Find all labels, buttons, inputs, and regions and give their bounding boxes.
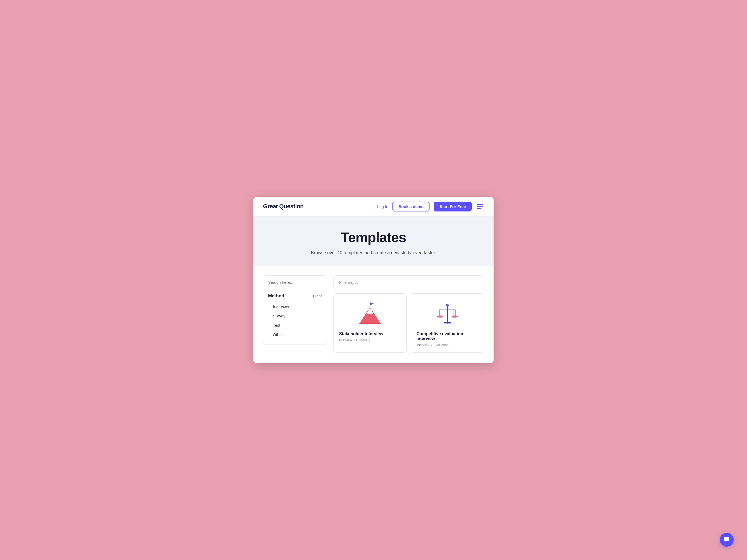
login-button[interactable]: Log In xyxy=(377,204,388,209)
svg-point-14 xyxy=(437,316,443,318)
sidebar-item-test[interactable]: Test xyxy=(268,321,322,330)
tag-dot xyxy=(354,340,355,341)
card-title-1: Stakeholder interview xyxy=(339,331,401,336)
tag-dot-2 xyxy=(431,345,432,346)
logo: Great Question xyxy=(263,203,304,210)
content-area: Method Clear Interview Survey Test Other… xyxy=(253,266,494,363)
clear-button[interactable]: Clear xyxy=(313,294,322,298)
card-icon-scales xyxy=(416,301,478,328)
svg-point-15 xyxy=(452,316,458,318)
filter-label: Filtering by: xyxy=(339,280,360,285)
template-card-stakeholder[interactable]: Stakeholder interview Interview Discover… xyxy=(334,293,407,352)
navbar: Great Question Log In Book a demo Start … xyxy=(253,197,494,216)
tag-discovery: Discovery xyxy=(356,339,370,342)
method-label: Method xyxy=(268,293,284,299)
svg-point-8 xyxy=(446,304,448,306)
tag-interview-2: Interview xyxy=(416,343,429,347)
template-card-competitive[interactable]: Competitive evaluation interview Intervi… xyxy=(411,293,484,352)
hero-title: Templates xyxy=(264,229,483,245)
sidebar-item-interview[interactable]: Interview xyxy=(268,302,322,311)
card-icon-mountain xyxy=(339,301,401,328)
book-demo-button[interactable]: Book a demo xyxy=(392,202,429,211)
sidebar: Method Clear Interview Survey Test Other xyxy=(263,275,327,345)
svg-rect-16 xyxy=(724,537,729,541)
svg-rect-6 xyxy=(444,322,451,323)
sidebar-item-survey[interactable]: Survey xyxy=(268,311,322,321)
tag-interview: Interview xyxy=(339,339,352,342)
sidebar-item-other[interactable]: Other xyxy=(268,330,322,339)
hero-section: Templates Browse over 40 templates and c… xyxy=(253,216,494,266)
svg-marker-4 xyxy=(370,302,374,305)
hamburger-menu[interactable] xyxy=(476,203,484,210)
sidebar-method-section: Method Clear Interview Survey Test Other xyxy=(263,289,327,345)
tag-evaluation: Evaluation xyxy=(434,343,448,347)
card-tags-2: Interview Evaluation xyxy=(416,343,478,347)
nav-actions: Log In Book a demo Start For Free xyxy=(377,202,484,211)
cards-grid: Stakeholder interview Interview Discover… xyxy=(334,293,484,352)
card-tags-1: Interview Discovery xyxy=(339,339,401,342)
sidebar-method-header: Method Clear xyxy=(268,293,322,299)
search-input[interactable] xyxy=(263,276,327,289)
chat-button[interactable] xyxy=(720,533,733,547)
hero-subtitle: Browse over 40 templates and create a ne… xyxy=(309,249,438,256)
filter-bar: Filtering by: xyxy=(334,275,484,289)
main-content: Filtering by: xyxy=(334,275,484,352)
start-free-button[interactable]: Start For Free xyxy=(434,202,472,211)
browser-window: Great Question Log In Book a demo Start … xyxy=(253,197,494,363)
card-title-2: Competitive evaluation interview xyxy=(416,331,478,341)
sidebar-items-list: Interview Survey Test Other xyxy=(268,302,322,342)
